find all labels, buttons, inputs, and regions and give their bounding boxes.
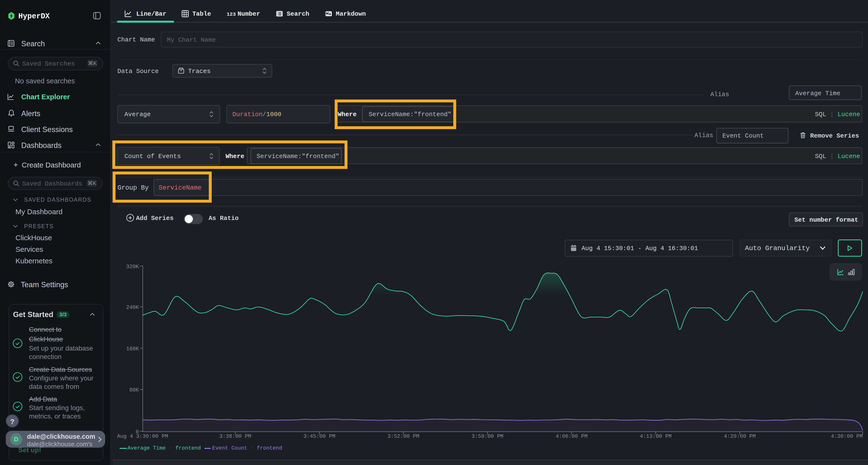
svg-text:4:13:00 PM: 4:13:00 PM <box>640 433 672 439</box>
svg-text:Aug 4 3:30:00 PM: Aug 4 3:30:00 PM <box>117 433 168 439</box>
svg-text:4:20:00 PM: 4:20:00 PM <box>724 433 756 439</box>
svg-text:4:06:00 PM: 4:06:00 PM <box>556 433 588 439</box>
svg-text:80K: 80K <box>129 387 139 393</box>
svg-text:3:59:00 PM: 3:59:00 PM <box>472 433 503 439</box>
svg-text:4:30:00 PM: 4:30:00 PM <box>831 433 863 439</box>
svg-text:3:38:00 PM: 3:38:00 PM <box>219 433 251 439</box>
svg-text:160K: 160K <box>126 346 139 352</box>
svg-text:240K: 240K <box>126 304 139 310</box>
svg-text:320K: 320K <box>126 264 139 270</box>
svg-text:3:52:00 PM: 3:52:00 PM <box>388 433 419 439</box>
svg-text:3:45:00 PM: 3:45:00 PM <box>304 433 335 439</box>
